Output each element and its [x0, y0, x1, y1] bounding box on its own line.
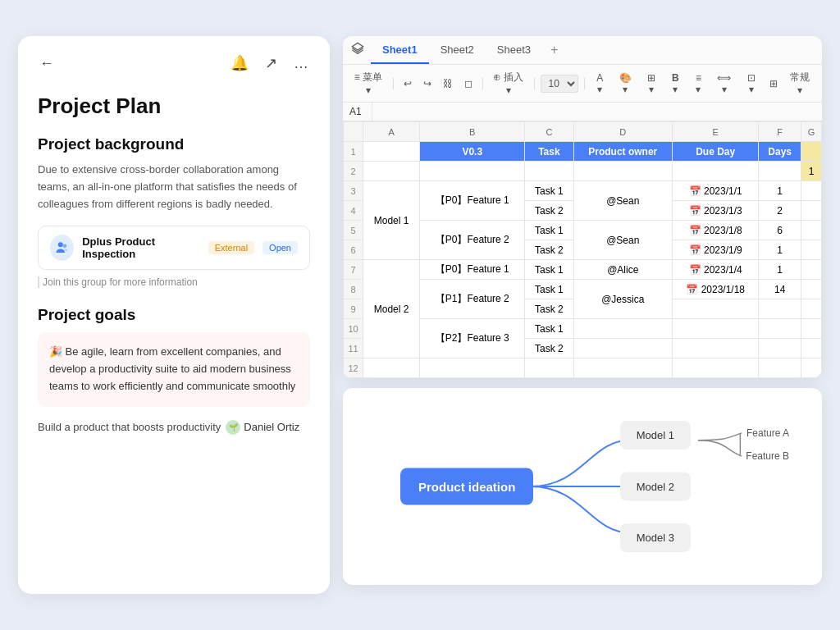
table-row: 2 1 [344, 162, 822, 181]
font-size-select[interactable]: 10 [541, 75, 578, 93]
mindmap-center: Product ideation [400, 468, 533, 505]
background-body: Due to extensive cross-border collaborat… [38, 162, 310, 212]
table-row: 12 [344, 358, 822, 378]
col-header-corner [344, 122, 363, 142]
col-header-b: B [420, 122, 525, 142]
col-header-g: G [801, 122, 822, 142]
tab-sheet3[interactable]: Sheet3 [486, 37, 542, 64]
productivity-text: Build a product that boosts productivity [38, 421, 221, 433]
insert-button[interactable]: ⊕ 插入 ▾ [488, 68, 527, 98]
mindmap-feature-b: Feature B [746, 450, 789, 462]
cell-ref: A1 [343, 103, 372, 121]
user-chip: 🌱 Daniel Ortiz [226, 420, 299, 435]
bell-icon: 🔔 [231, 55, 249, 71]
add-sheet-button[interactable]: + [542, 36, 566, 64]
ref-bar: A1 [343, 103, 822, 121]
spreadsheet-table: A B C D E F G 1 V0.3 Task Product owner [343, 121, 822, 378]
table-row: 3 Model 1 【P0】Feature 1 Task 1 @Sean 📅 2… [344, 181, 822, 201]
merge-button[interactable]: ⊡ ▾ [741, 70, 762, 98]
col-header-a: A [363, 122, 420, 142]
mindmap-model-1: Model 1 [620, 421, 691, 450]
layers-icon [351, 42, 364, 58]
row-num-1: 1 [344, 142, 363, 162]
svg-point-0 [57, 243, 62, 248]
share-button[interactable]: ↗ [263, 52, 279, 74]
group-card[interactable]: Dplus Product Inspection External Open [38, 226, 310, 270]
menu-button[interactable]: ≡ 菜单 ▾ [349, 68, 387, 98]
header-g1 [801, 142, 822, 162]
user-name: Daniel Ortiz [244, 421, 299, 433]
col-header-f: F [759, 122, 801, 142]
app-container: ← 🔔 ↗ … Project Plan Project background … [18, 36, 822, 594]
mindmap-card: Product ideation Model 1 Model 2 Model 3… [343, 388, 822, 585]
goals-title: Project goals [38, 306, 310, 324]
redo-button[interactable]: ↪ [419, 75, 436, 92]
back-button[interactable]: ← [38, 53, 56, 74]
top-bar-icons: 🔔 ↗ … [229, 52, 310, 74]
top-bar: ← 🔔 ↗ … [38, 52, 310, 74]
join-text: Join this group for more information [38, 276, 310, 288]
table-row: 7 Model 2 【P0】Feature 1 Task 1 @Alice 📅 … [344, 260, 822, 280]
group-name: Dplus Product Inspection [82, 235, 200, 260]
sheet-tabs-bar: Sheet1 Sheet2 Sheet3 + [343, 36, 822, 65]
col-header-d: D [573, 122, 673, 142]
background-title: Project background [38, 135, 310, 153]
more-button[interactable]: … [292, 53, 310, 74]
mindmap-container: Product ideation Model 1 Model 2 Model 3… [359, 404, 806, 568]
tab-sheet1[interactable]: Sheet1 [371, 37, 429, 64]
mindmap-feature-a: Feature A [746, 427, 789, 439]
eraser-button[interactable]: ◻ [460, 75, 477, 92]
tab-sheet2[interactable]: Sheet2 [429, 37, 486, 64]
view-button[interactable]: ⊞ [765, 75, 782, 92]
undo-button[interactable]: ↩ [399, 75, 416, 92]
header-days: Days [759, 142, 801, 162]
user-avatar: 🌱 [226, 420, 240, 435]
col-header-c: C [525, 122, 573, 142]
header-v03: V0.3 [420, 142, 525, 162]
svg-point-1 [62, 244, 66, 249]
right-panel: Sheet1 Sheet2 Sheet3 + ≡ 菜单 ▾ ↩ ↪ ⛓ ◻ ⊕ … [343, 36, 822, 594]
group-avatar [50, 235, 74, 261]
spreadsheet-card: Sheet1 Sheet2 Sheet3 + ≡ 菜单 ▾ ↩ ↪ ⛓ ◻ ⊕ … [343, 36, 822, 378]
header-due-day: Due Day [673, 142, 759, 162]
mindmap-model-3: Model 3 [620, 523, 691, 552]
bell-button[interactable]: 🔔 [229, 52, 250, 74]
font-color-button[interactable]: A ▾ [590, 70, 609, 98]
toolbar: ≡ 菜单 ▾ ↩ ↪ ⛓ ◻ ⊕ 插入 ▾ 10 A ▾ 🎨 ▾ ⊞ ▾ B ▾… [343, 65, 822, 103]
back-icon: ← [39, 55, 54, 71]
goals-box: 🎉 Be agile, learn from excellent compani… [38, 332, 310, 406]
header-product-owner: Product owner [573, 142, 673, 162]
align-button[interactable]: ≡ ▾ [689, 70, 708, 98]
share-icon: ↗ [265, 55, 277, 71]
bg-color-button[interactable]: 🎨 ▾ [613, 70, 637, 98]
external-badge: External [208, 241, 254, 254]
col-header-row: A B C D E F G [344, 122, 822, 142]
lang-button[interactable]: 常规 ▾ [785, 68, 815, 98]
mindmap-model-2: Model 2 [620, 472, 691, 501]
goals-box-text: 🎉 Be agile, learn from excellent compani… [49, 344, 299, 395]
header-a1 [363, 142, 420, 162]
border-button[interactable]: ⊞ ▾ [641, 70, 662, 98]
table-header-row: 1 V0.3 Task Product owner Due Day Days [344, 142, 822, 162]
more-icon: … [294, 55, 308, 71]
text-dir-button[interactable]: ⟺ ▾ [711, 70, 737, 98]
page-title: Project Plan [38, 94, 310, 119]
header-task: Task [525, 142, 573, 162]
open-badge: Open [262, 241, 298, 254]
col-header-e: E [673, 122, 759, 142]
productivity-line: Build a product that boosts productivity… [38, 420, 310, 435]
link-button[interactable]: ⛓ [439, 75, 457, 92]
left-panel: ← 🔔 ↗ … Project Plan Project background … [18, 36, 330, 594]
bold-button[interactable]: B ▾ [665, 70, 686, 98]
